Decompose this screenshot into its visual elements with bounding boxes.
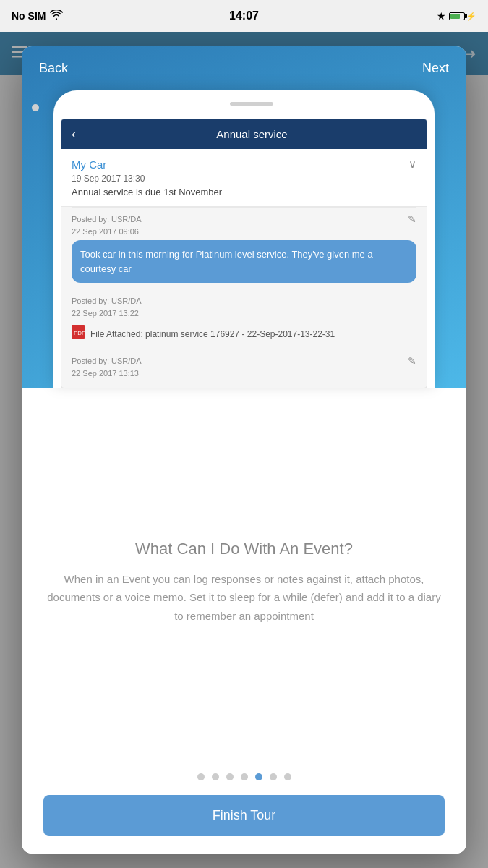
attachment-text: File Attached: platinum service 176927 -… xyxy=(90,329,335,339)
chevron-down-icon: ∨ xyxy=(408,158,416,171)
dot-6[interactable] xyxy=(270,773,277,780)
status-bar-time: 14:07 xyxy=(229,9,259,22)
battery-indicator: ⚡ xyxy=(449,12,476,21)
comment-item-3: Posted by: USR/DA 22 Sep 2017 13:13 ✎ xyxy=(61,349,427,388)
phone-back-icon: ‹ xyxy=(72,127,76,142)
status-bar-left: No SIM xyxy=(12,10,63,22)
comment-item-1: Posted by: USR/DA 22 Sep 2017 09:06 ✎ To… xyxy=(61,208,427,289)
carrier-label: No SIM xyxy=(12,10,46,22)
modal-top: Back Next ‹ Annual service xyxy=(22,46,466,388)
dot-1[interactable] xyxy=(197,773,205,780)
finish-tour-button[interactable]: Finish Tour xyxy=(43,795,445,836)
dot-4[interactable] xyxy=(241,773,248,780)
status-bar: No SIM 14:07 ★ ⚡ xyxy=(0,0,488,32)
event-card: My Car ∨ 19 Sep 2017 13:30 Annual servic… xyxy=(61,149,427,207)
dot-2[interactable] xyxy=(212,773,219,780)
comment-meta-1: Posted by: USR/DA 22 Sep 2017 09:06 ✎ xyxy=(72,213,416,237)
comment-posted-by-1: Posted by: USR/DA xyxy=(72,213,142,226)
pdf-icon: PDF xyxy=(72,325,85,343)
phone-screen-title: Annual service xyxy=(87,128,416,140)
event-date: 19 Sep 2017 13:30 xyxy=(72,174,416,184)
comment-date-2: 22 Sep 2017 13:22 xyxy=(72,307,142,320)
event-car-name: My Car ∨ xyxy=(72,158,416,171)
comment-date-3: 22 Sep 2017 13:13 xyxy=(72,367,142,380)
dot-5-active[interactable] xyxy=(255,773,262,780)
comment-date-1: 22 Sep 2017 09:06 xyxy=(72,226,142,238)
comment-posted-by-3: Posted by: USR/DA xyxy=(72,355,142,367)
comment-meta-3: Posted by: USR/DA 22 Sep 2017 13:13 ✎ xyxy=(72,355,416,379)
comment-bubble-1: Took car in this morning for Platinum le… xyxy=(72,240,416,283)
attachment-item: PDF File Attached: platinum service 1769… xyxy=(72,322,416,343)
back-button[interactable]: Back xyxy=(39,61,68,76)
edit-icon-1[interactable]: ✎ xyxy=(408,213,416,225)
phone-mockup: ‹ Annual service My Car ∨ 19 Sep 2017 13… xyxy=(53,90,435,388)
svg-text:PDF: PDF xyxy=(74,330,85,336)
car-name-label: My Car xyxy=(72,158,106,171)
dot-3[interactable] xyxy=(226,773,234,780)
comment-posted-by-2: Posted by: USR/DA xyxy=(72,295,142,307)
event-description: Annual service is due 1st November xyxy=(72,187,416,197)
phone-screen-header: ‹ Annual service xyxy=(61,119,427,149)
modal-heading: What Can I Do With An Event? xyxy=(135,540,353,558)
modal-bottom: What Can I Do With An Event? When in an … xyxy=(22,388,466,854)
comment-meta-2: Posted by: USR/DA 22 Sep 2017 13:22 xyxy=(72,295,416,319)
bluetooth-icon: ★ xyxy=(437,10,446,22)
modal-nav: Back Next xyxy=(39,61,449,76)
next-button[interactable]: Next xyxy=(422,61,449,76)
phone-screen: ‹ Annual service My Car ∨ 19 Sep 2017 13… xyxy=(61,119,427,388)
modal-body-text: When in an Event you can log responses o… xyxy=(43,570,445,626)
modal-overlay: Back Next ‹ Annual service xyxy=(0,32,488,868)
modal: Back Next ‹ Annual service xyxy=(22,46,466,854)
status-bar-right: ★ ⚡ xyxy=(437,10,476,22)
dot-7[interactable] xyxy=(284,773,291,780)
wifi-icon xyxy=(50,10,63,22)
comment-item-2: Posted by: USR/DA 22 Sep 2017 13:22 PDF xyxy=(61,289,427,349)
edit-icon-3[interactable]: ✎ xyxy=(408,355,416,367)
dots-container xyxy=(197,773,291,780)
